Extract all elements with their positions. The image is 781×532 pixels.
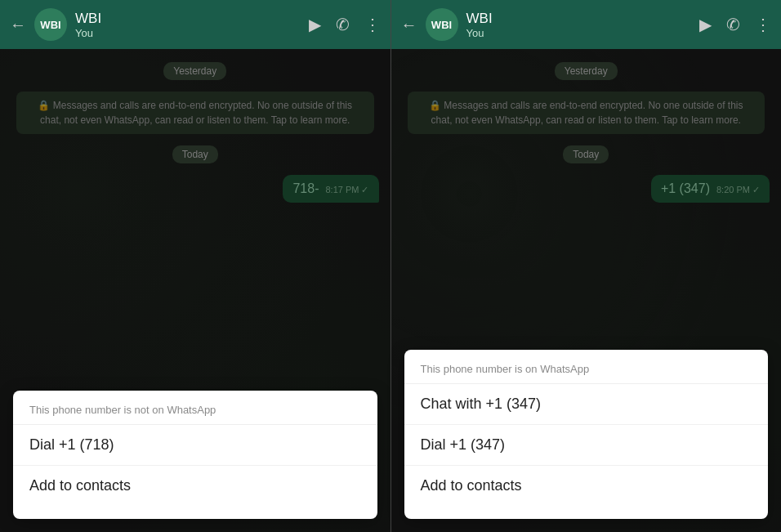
header-icons-right: ▶ ✆ ⋮ <box>699 15 771 34</box>
header-info-left: WBI You <box>75 11 301 39</box>
avatar-left: WBI <box>34 8 67 41</box>
contact-sub-right: You <box>466 27 692 39</box>
header-right: ← WBI WBI You ▶ ✆ ⋮ <box>391 0 782 49</box>
popup-notice-right: This phone number is on WhatsApp <box>404 363 769 384</box>
chat-area-left: Yesterday 🔒 Messages and calls are end-t… <box>0 49 390 532</box>
popup-overlay-right: This phone number is on WhatsApp Chat wi… <box>391 49 782 532</box>
back-button-left[interactable]: ← <box>10 16 26 34</box>
popup-left: This phone number is not on WhatsApp Dia… <box>13 391 377 519</box>
popup-add-contacts-right[interactable]: Add to contacts <box>404 466 769 506</box>
back-button-right[interactable]: ← <box>401 16 417 34</box>
more-options-icon-left[interactable]: ⋮ <box>364 15 381 34</box>
contact-sub-left: You <box>75 27 301 39</box>
contact-name-left: WBI <box>75 11 301 27</box>
popup-right: This phone number is on WhatsApp Chat wi… <box>404 350 769 519</box>
voice-call-icon-right[interactable]: ✆ <box>726 15 740 34</box>
popup-overlay-left: This phone number is not on WhatsApp Dia… <box>0 49 390 532</box>
video-call-icon-right[interactable]: ▶ <box>699 15 712 34</box>
popup-add-contacts-left[interactable]: Add to contacts <box>13 466 377 506</box>
chat-area-right: Yesterday 🔒 Messages and calls are end-t… <box>391 49 782 532</box>
voice-call-icon-left[interactable]: ✆ <box>336 15 350 34</box>
header-info-right: WBI You <box>466 11 692 39</box>
header-icons-left: ▶ ✆ ⋮ <box>309 15 381 34</box>
header-left: ← WBI WBI You ▶ ✆ ⋮ <box>0 0 390 49</box>
panel-right: ← WBI WBI You ▶ ✆ ⋮ Yesterday 🔒 Messages… <box>391 0 782 532</box>
video-call-icon-left[interactable]: ▶ <box>309 15 321 34</box>
contact-name-right: WBI <box>466 11 692 27</box>
popup-dial-right[interactable]: Dial +1 (347) <box>404 425 769 466</box>
panel-left: ← WBI WBI You ▶ ✆ ⋮ Yesterday 🔒 Messages… <box>0 0 391 532</box>
popup-notice-left: This phone number is not on WhatsApp <box>13 404 377 425</box>
popup-chat-right[interactable]: Chat with +1 (347) <box>404 384 769 425</box>
more-options-icon-right[interactable]: ⋮ <box>755 15 771 34</box>
popup-dial-left[interactable]: Dial +1 (718) <box>13 425 377 466</box>
app-container: ← WBI WBI You ▶ ✆ ⋮ Yesterday 🔒 Messages… <box>0 0 781 532</box>
avatar-right: WBI <box>426 8 458 41</box>
